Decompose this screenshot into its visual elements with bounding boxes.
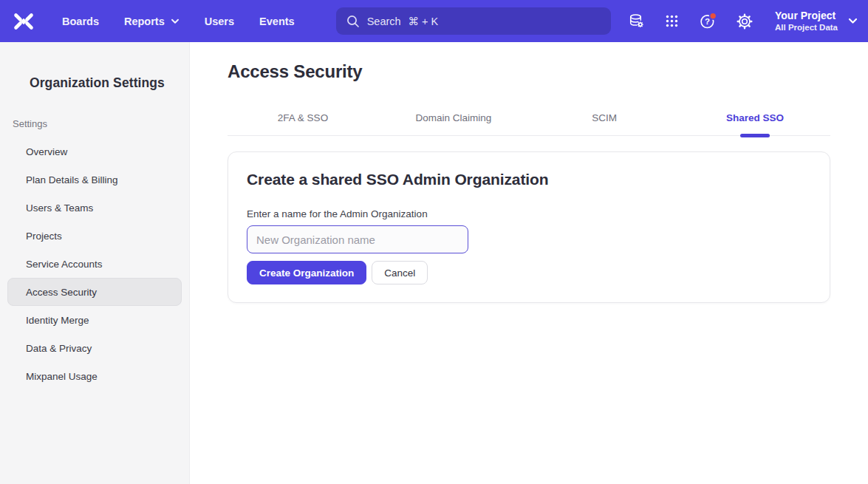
sidebar-item-overview[interactable]: Overview bbox=[7, 137, 182, 166]
sidebar-item-identity-merge[interactable]: Identity Merge bbox=[7, 306, 182, 334]
svg-text:?: ? bbox=[705, 17, 710, 26]
settings-gear-icon bbox=[737, 13, 753, 30]
sidebar-item-label: Identity Merge bbox=[26, 315, 89, 326]
create-organization-button[interactable]: Create Organization bbox=[247, 261, 366, 284]
sidebar-item-label: Overview bbox=[26, 146, 67, 157]
project-switcher[interactable]: Your Project All Project Data bbox=[775, 10, 858, 33]
sidebar-item-label: Mixpanel Usage bbox=[26, 371, 98, 382]
project-text: Your Project All Project Data bbox=[775, 10, 838, 33]
primary-nav: Boards Reports Users Events bbox=[62, 16, 295, 27]
tab-label: SCIM bbox=[592, 112, 617, 123]
nav-users-label: Users bbox=[205, 16, 234, 27]
chevron-down-icon bbox=[171, 18, 180, 24]
sidebar-item-label: Data & Privacy bbox=[26, 343, 92, 354]
search-icon bbox=[346, 15, 360, 28]
nav-events[interactable]: Events bbox=[259, 16, 295, 27]
tab-bar: 2FA & SSO Domain Claiming SCIM Shared SS… bbox=[228, 106, 830, 136]
main-content: Access Security 2FA & SSO Domain Claimin… bbox=[190, 42, 868, 484]
body-row: Organization Settings Settings Overview … bbox=[0, 42, 868, 484]
card-actions: Create Organization Cancel bbox=[247, 261, 811, 284]
tab-shared-sso[interactable]: Shared SSO bbox=[680, 106, 830, 135]
sidebar-item-label: Plan Details & Billing bbox=[26, 174, 118, 185]
app-root: Boards Reports Users Events Search ⌘ + K bbox=[0, 0, 868, 484]
nav-boards-label: Boards bbox=[62, 16, 99, 27]
sidebar-item-mixpanel-usage[interactable]: Mixpanel Usage bbox=[7, 362, 182, 390]
search-placeholder: Search bbox=[367, 16, 401, 27]
data-management-button[interactable] bbox=[628, 13, 645, 30]
sidebar-item-label: Users & Teams bbox=[26, 202, 93, 214]
nav-reports[interactable]: Reports bbox=[124, 16, 180, 27]
sidebar-item-plan-details-billing[interactable]: Plan Details & Billing bbox=[7, 166, 182, 194]
sidebar-item-label: Access Security bbox=[26, 287, 97, 298]
tab-domain-claiming[interactable]: Domain Claiming bbox=[378, 106, 529, 135]
mixpanel-logo[interactable] bbox=[12, 11, 35, 32]
nav-users[interactable]: Users bbox=[205, 16, 234, 27]
active-tab-underline bbox=[740, 134, 770, 137]
nav-events-label: Events bbox=[259, 16, 295, 27]
search-shortcut: ⌘ + K bbox=[409, 16, 439, 27]
mixpanel-logo-icon bbox=[13, 12, 35, 31]
tab-scim[interactable]: SCIM bbox=[529, 106, 680, 135]
tab-label: Domain Claiming bbox=[416, 112, 492, 123]
data-management-icon bbox=[628, 13, 645, 30]
notification-badge bbox=[710, 13, 717, 19]
create-shared-sso-card: Create a shared SSO Admin Organization E… bbox=[228, 151, 830, 303]
search-input[interactable]: Search ⌘ + K bbox=[336, 7, 611, 35]
apps-grid-icon bbox=[664, 13, 680, 29]
settings-gear-button[interactable] bbox=[737, 13, 753, 30]
org-name-input[interactable] bbox=[247, 225, 468, 253]
card-title: Create a shared SSO Admin Organization bbox=[247, 171, 811, 188]
tab-label: Shared SSO bbox=[726, 112, 784, 123]
tab-2fa-sso[interactable]: 2FA & SSO bbox=[228, 106, 378, 135]
sidebar-item-data-privacy[interactable]: Data & Privacy bbox=[7, 334, 182, 362]
sidebar-item-label: Projects bbox=[26, 231, 62, 242]
sidebar-item-access-security[interactable]: Access Security bbox=[7, 278, 182, 306]
tab-label: 2FA & SSO bbox=[278, 112, 328, 123]
sidebar-item-label: Service Accounts bbox=[26, 259, 103, 270]
nav-reports-label: Reports bbox=[124, 16, 165, 27]
sidebar-item-projects[interactable]: Projects bbox=[7, 222, 182, 250]
project-scope: All Project Data bbox=[775, 22, 838, 33]
cancel-button[interactable]: Cancel bbox=[372, 261, 428, 284]
page-title: Access Security bbox=[228, 61, 830, 82]
org-name-field-label: Enter a name for the Admin Organization bbox=[247, 208, 811, 219]
project-name: Your Project bbox=[775, 10, 838, 23]
nav-boards[interactable]: Boards bbox=[62, 16, 99, 27]
chevron-down-icon bbox=[848, 18, 858, 24]
sidebar-item-service-accounts[interactable]: Service Accounts bbox=[7, 250, 182, 278]
help-button[interactable]: ? bbox=[699, 12, 717, 30]
sidebar-section-label: Settings bbox=[13, 118, 189, 129]
sidebar-title: Organization Settings bbox=[30, 75, 189, 91]
sidebar-item-users-teams[interactable]: Users & Teams bbox=[7, 194, 182, 222]
top-nav: Boards Reports Users Events Search ⌘ + K bbox=[0, 0, 868, 42]
org-settings-sidebar: Organization Settings Settings Overview … bbox=[0, 42, 190, 484]
top-nav-actions: ? Your Project All Project Data bbox=[628, 10, 858, 33]
apps-grid-button[interactable] bbox=[664, 13, 680, 29]
help-icon: ? bbox=[699, 12, 717, 30]
